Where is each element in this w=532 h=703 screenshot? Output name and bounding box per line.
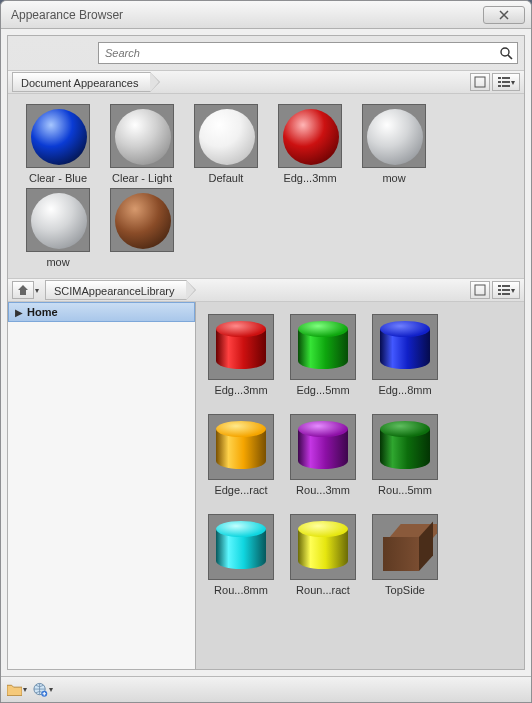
library-split: ▶ Home Edg...3mmEdg...5mmEdg...8mmEdge..… [8, 302, 524, 669]
lib-item[interactable]: Roun...ract [284, 514, 362, 596]
appearance-label: Clear - Blue [18, 172, 98, 184]
svg-rect-9 [498, 285, 501, 287]
appearance-thumbnail [278, 104, 342, 168]
content-area: Document Appearances ▾ Clear - BlueClear… [7, 35, 525, 670]
svg-rect-12 [502, 289, 510, 291]
folder-menu-button[interactable]: ▾ [7, 681, 27, 699]
appearance-label: Rou...5mm [366, 484, 444, 496]
appearance-thumbnail [208, 314, 274, 380]
svg-rect-1 [475, 77, 485, 87]
tree-expand-icon[interactable]: ▶ [15, 307, 23, 318]
appearance-label: Roun...ract [284, 584, 362, 596]
doc-appearances-header: Document Appearances ▾ [8, 70, 524, 94]
folder-icon [7, 683, 22, 696]
appearance-label: Edg...3mm [202, 384, 280, 396]
lib-item[interactable]: Edg...5mm [284, 314, 362, 396]
lib-item[interactable]: TopSide [366, 514, 444, 596]
chevron-down-icon: ▾ [23, 685, 27, 694]
lib-item[interactable]: Edge...ract [202, 414, 280, 496]
chevron-down-icon[interactable]: ▾ [35, 286, 39, 295]
window-title: Appearance Browser [7, 8, 483, 22]
appearance-label: Edge...ract [202, 484, 280, 496]
svg-rect-7 [502, 85, 510, 87]
appearance-thumbnail [362, 104, 426, 168]
home-icon [17, 284, 29, 296]
chevron-down-icon: ▾ [511, 78, 515, 87]
grid-icon [474, 76, 486, 88]
grid-icon [474, 284, 486, 296]
doc-item[interactable]: Clear - Light [102, 104, 182, 184]
lib-item[interactable]: Rou...5mm [366, 414, 444, 496]
appearance-thumbnail [372, 514, 438, 580]
search-icon[interactable] [499, 46, 513, 60]
svg-rect-4 [498, 81, 501, 83]
svg-rect-13 [498, 293, 501, 295]
view-list-button[interactable]: ▾ [492, 73, 520, 91]
appearance-label: Edg...3mm [270, 172, 350, 184]
appearance-label: mow [18, 256, 98, 268]
appearance-label: Edg...5mm [284, 384, 362, 396]
appearance-thumbnail [372, 414, 438, 480]
appearance-browser-window: Appearance Browser Document Appearances … [0, 0, 532, 703]
appearance-thumbnail [26, 188, 90, 252]
doc-item[interactable]: Edg...3mm [270, 104, 350, 184]
svg-rect-3 [502, 77, 510, 79]
svg-rect-8 [475, 285, 485, 295]
appearance-thumbnail [110, 188, 174, 252]
svg-rect-10 [502, 285, 510, 287]
close-button[interactable] [483, 6, 525, 24]
appearance-label: Clear - Light [102, 172, 182, 184]
globe-add-button[interactable]: ▾ [33, 681, 53, 699]
lib-item[interactable]: Edg...8mm [366, 314, 444, 396]
doc-appearances-grid: Clear - BlueClear - LightDefaultEdg...3m… [8, 94, 524, 278]
view-list-button-2[interactable]: ▾ [492, 281, 520, 299]
doc-item[interactable]: mow [18, 188, 98, 268]
chevron-down-icon: ▾ [49, 685, 53, 694]
doc-appearances-crumb[interactable]: Document Appearances [12, 72, 151, 92]
view-large-icons-button-2[interactable] [470, 281, 490, 299]
svg-point-0 [501, 48, 509, 56]
library-header: ▾ SCIMAppearanceLibrary ▾ [8, 278, 524, 302]
appearance-label: Edg...8mm [366, 384, 444, 396]
library-grid: Edg...3mmEdg...5mmEdg...8mmEdge...ractRo… [196, 302, 524, 669]
appearance-thumbnail [372, 314, 438, 380]
tree-item-home[interactable]: ▶ Home [8, 302, 195, 322]
statusbar: ▾ ▾ [1, 676, 531, 702]
svg-rect-5 [502, 81, 510, 83]
view-large-icons-button[interactable] [470, 73, 490, 91]
doc-item[interactable]: mow [354, 104, 434, 184]
appearance-thumbnail [290, 514, 356, 580]
appearance-label: Rou...3mm [284, 484, 362, 496]
lib-item[interactable]: Edg...3mm [202, 314, 280, 396]
list-icon [498, 285, 510, 295]
doc-item[interactable]: Clear - Blue [18, 104, 98, 184]
appearance-thumbnail [110, 104, 174, 168]
home-button[interactable] [12, 281, 34, 299]
appearance-thumbnail [208, 514, 274, 580]
appearance-label: Default [186, 172, 266, 184]
appearance-label: TopSide [366, 584, 444, 596]
list-icon [498, 77, 510, 87]
appearance-thumbnail [208, 414, 274, 480]
library-crumb[interactable]: SCIMAppearanceLibrary [45, 280, 187, 300]
search-box[interactable] [98, 42, 518, 64]
svg-rect-2 [498, 77, 501, 79]
tree-item-label: Home [27, 306, 58, 318]
appearance-label: mow [354, 172, 434, 184]
close-icon [499, 10, 509, 20]
appearance-thumbnail [194, 104, 258, 168]
library-tree[interactable]: ▶ Home [8, 302, 196, 669]
lib-item[interactable]: Rou...8mm [202, 514, 280, 596]
search-input[interactable] [105, 47, 511, 59]
appearance-thumbnail [26, 104, 90, 168]
titlebar[interactable]: Appearance Browser [1, 1, 531, 29]
svg-rect-11 [498, 289, 501, 291]
doc-item[interactable]: Default [186, 104, 266, 184]
appearance-thumbnail [290, 314, 356, 380]
doc-item[interactable] [102, 188, 182, 268]
globe-icon [33, 682, 48, 698]
appearance-label: Rou...8mm [202, 584, 280, 596]
chevron-down-icon: ▾ [511, 286, 515, 295]
svg-rect-14 [502, 293, 510, 295]
lib-item[interactable]: Rou...3mm [284, 414, 362, 496]
